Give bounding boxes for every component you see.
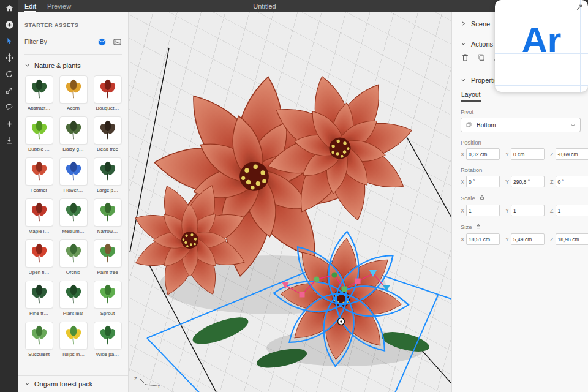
asset-item-abstract[interactable]: Abstract… — [24, 75, 53, 111]
section-nature-plants[interactable]: Nature & plants — [24, 62, 122, 69]
mode-tabs: Edit Preview — [24, 0, 71, 12]
rotate-tool-icon[interactable] — [3, 68, 15, 80]
tab-edit[interactable]: Edit — [24, 0, 36, 12]
asset-item-flower[interactable]: Flower… — [59, 157, 88, 193]
asset-label: Large p… — [97, 187, 118, 193]
asset-label: Tulips in… — [62, 352, 85, 357]
viewport-canvas[interactable]: Z Y — [129, 12, 451, 392]
asset-thumbnail — [94, 198, 122, 227]
scale-x-field[interactable]: 1 — [466, 205, 500, 216]
asset-item-plantleaf[interactable]: Plant leaf — [59, 281, 88, 316]
move-tool-icon[interactable] — [3, 51, 15, 64]
asset-item-tulipsin[interactable]: Tulips in… — [59, 322, 88, 357]
asset-item-deadtree[interactable]: Dead tree — [93, 116, 122, 152]
axis-z-label: Z — [550, 179, 554, 185]
chevron-down-icon — [570, 123, 576, 128]
lock-icon[interactable] — [479, 194, 485, 202]
expand-icon[interactable] — [576, 4, 583, 11]
size-fields: X18,51 cm Y5,49 cm Z18,96 cm — [461, 233, 583, 245]
filter-3d-objects-icon[interactable] — [97, 37, 107, 47]
asset-item-widepa[interactable]: Wide pa… — [93, 322, 122, 357]
asset-item-sprout[interactable]: Sprout — [93, 281, 122, 316]
size-x-field[interactable]: 18,51 cm — [466, 233, 500, 245]
asset-label: Open fl… — [29, 270, 50, 275]
position-x-field[interactable]: 0,32 cm — [466, 148, 500, 160]
asset-item-narrow[interactable]: Narrow… — [93, 198, 122, 234]
axis-x-label: X — [461, 179, 464, 185]
axis-z-label: Z — [550, 208, 554, 214]
asset-thumbnail — [25, 281, 53, 309]
pan-tool-icon[interactable] — [3, 118, 15, 130]
scale-z-field[interactable]: 1 — [556, 205, 588, 216]
axis-x-label: X — [461, 236, 464, 243]
asset-item-maplel[interactable]: Maple l… — [24, 198, 53, 234]
assets-panel-title: STARTER ASSETS — [24, 22, 122, 28]
chevron-down-icon — [24, 380, 30, 388]
asset-item-succulent[interactable]: Succulent — [24, 322, 53, 357]
asset-thumbnail — [94, 239, 122, 268]
asset-item-bubble[interactable]: Bubble … — [24, 116, 53, 152]
duplicate-action-icon[interactable] — [477, 53, 486, 62]
asset-label: Medium… — [62, 228, 84, 234]
axis-y-label: Y — [157, 384, 160, 388]
asset-label: Sprout — [100, 311, 115, 316]
asset-thumbnail — [59, 157, 88, 186]
scale-y-field[interactable]: 1 — [511, 205, 545, 216]
pivot-label: Pivot — [461, 108, 579, 115]
rotation-y-field[interactable]: 290,8 ° — [511, 176, 545, 187]
rotation-x-field[interactable]: 0 ° — [466, 176, 500, 187]
tab-preview[interactable]: Preview — [47, 0, 71, 12]
asset-item-medium[interactable]: Medium… — [59, 198, 88, 234]
tab-layout[interactable]: Layout — [461, 91, 481, 102]
size-y-field[interactable]: 5,49 cm — [511, 233, 545, 245]
asset-thumbnail — [25, 322, 53, 350]
axis-z-label: Z — [550, 236, 554, 243]
rotation-label-text: Rotation — [461, 167, 482, 173]
rotation-z-field[interactable]: 0 ° — [556, 176, 588, 187]
asset-item-pinetr[interactable]: Pine tr… — [24, 281, 53, 316]
asset-thumbnail — [59, 239, 88, 268]
asset-item-feather[interactable]: Feather — [24, 157, 53, 193]
asset-thumbnail — [59, 116, 88, 145]
assets-panel: STARTER ASSETS Filter By Nature & plants… — [18, 12, 129, 392]
aero-app: Edit Preview Untitled STARTER ASSETS Fil… — [0, 0, 588, 392]
asset-thumbnail — [25, 198, 53, 227]
asset-item-daisyg[interactable]: Daisy g… — [59, 116, 88, 152]
position-z-field[interactable]: -8,69 cm — [556, 148, 588, 160]
asset-thumbnail — [59, 281, 88, 309]
add-asset-icon[interactable] — [3, 18, 15, 31]
axis-x-label: X — [461, 151, 464, 157]
asset-thumbnail — [59, 198, 88, 227]
chevron-right-icon — [461, 20, 466, 28]
position-y-field[interactable]: 0 cm — [511, 148, 545, 160]
asset-thumbnail — [59, 322, 88, 350]
asset-thumbnail — [94, 157, 122, 186]
asset-item-largep[interactable]: Large p… — [93, 157, 122, 193]
scale-fields: X1 Y1 Z1 — [461, 205, 583, 216]
filter-images-icon[interactable] — [113, 37, 122, 47]
asset-item-palmtree[interactable]: Palm tree — [93, 239, 122, 275]
home-icon[interactable] — [3, 2, 15, 14]
select-tool-icon[interactable] — [3, 35, 15, 47]
tool-rail — [0, 0, 18, 392]
axis-y-label: Y — [505, 179, 509, 185]
footer-section-label: Origami forest pack — [34, 380, 92, 388]
asset-item-openfl[interactable]: Open fl… — [24, 239, 53, 275]
drop-tool-icon[interactable] — [3, 134, 15, 146]
pivot-value: Bottom — [477, 122, 496, 129]
scale-label-text: Scale — [461, 195, 475, 202]
lock-icon[interactable] — [475, 223, 481, 231]
size-z-field[interactable]: 18,96 cm — [556, 233, 588, 245]
asset-item-acorn[interactable]: Acorn — [59, 75, 88, 111]
asset-item-bouquet[interactable]: Bouquet… — [93, 75, 122, 111]
asset-thumbnail — [25, 116, 53, 145]
chevron-down-icon — [461, 40, 466, 48]
asset-thumbnail — [94, 281, 122, 309]
delete-action-icon[interactable] — [461, 53, 470, 62]
lasso-tool-icon[interactable] — [3, 101, 15, 113]
chevron-down-icon — [24, 62, 30, 69]
section-origami-forest-pack[interactable]: Origami forest pack — [18, 375, 128, 392]
scale-tool-icon[interactable] — [3, 85, 15, 97]
pivot-dropdown[interactable]: Bottom — [461, 118, 581, 132]
asset-item-orchid[interactable]: Orchid — [59, 239, 88, 275]
